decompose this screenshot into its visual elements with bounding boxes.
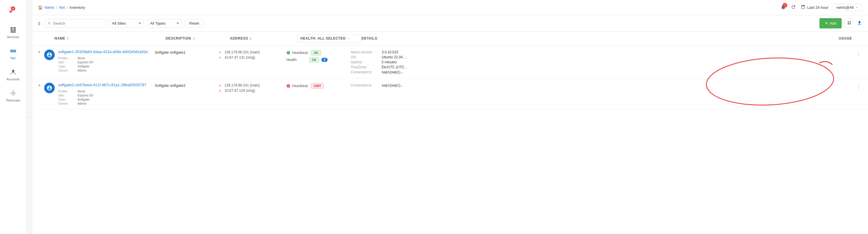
refresh-button[interactable]	[791, 4, 796, 10]
notification-badge: 7	[783, 3, 787, 8]
app-logo[interactable]	[6, 3, 20, 17]
reset-button[interactable]: Reset	[185, 19, 204, 28]
timezone-value: Etc/UTC (UTC...	[382, 65, 855, 69]
desc-sort-icon[interactable]	[193, 37, 195, 40]
breadcrumb-netris[interactable]: Netris	[44, 5, 54, 10]
download-button[interactable]	[857, 20, 862, 27]
svg-rect-6	[10, 27, 13, 29]
col-header-details: Details	[362, 36, 839, 41]
sidebar-item-net[interactable]: Net	[2, 44, 24, 63]
detail-grid-1: Netris version: 3.0.10.015 OS: Ubuntu 22…	[351, 50, 855, 74]
notification-button[interactable]: 7	[780, 4, 786, 11]
heartbeat-row-1: Heartbeat: OK	[286, 50, 351, 55]
sidebar-item-services[interactable]: Services	[2, 22, 24, 42]
row-health-1: Heartbeat: OK Health: OK 9	[286, 50, 351, 64]
grid-view-button[interactable]	[845, 19, 854, 28]
search-box[interactable]	[44, 19, 106, 28]
heartbeat-row-2: Heartbeat: CRIT	[286, 83, 351, 88]
connected-value-2: swp1(swp1)...	[382, 83, 855, 87]
svg-point-15	[12, 70, 14, 72]
health-filter-dropdown[interactable]: Health: All selected	[297, 34, 362, 42]
svg-rect-7	[13, 27, 16, 29]
addr-text-2: 10.67.47.131 (mng)	[224, 55, 255, 59]
row-main-1: ► softgate1-35329a84-6daa-422a-a58e-dd02…	[32, 46, 868, 78]
svg-rect-9	[13, 29, 16, 31]
name-sort-icon[interactable]	[67, 37, 69, 40]
search-input[interactable]	[53, 21, 103, 26]
uptime-value: 5 minutes	[382, 60, 855, 64]
table-row-2: ► softgate2-cd476eea-411f-487c-81a1-286a…	[32, 79, 868, 110]
sidebar-collapse-btn[interactable]: ›	[26, 0, 32, 234]
heartbeat-badge-1: OK	[311, 50, 321, 55]
addr-line-2: >_ 10.67.47.131 (mng)	[219, 55, 286, 59]
sidebar-item-services-label: Services	[7, 35, 19, 39]
connected-label: Connected to:	[351, 70, 380, 74]
col-header-desc: Description	[165, 36, 230, 41]
table-header: Name Description Address	[32, 32, 868, 46]
row-meta-2: Profile: None Site: Equinix-SV Type: Sof…	[58, 89, 155, 105]
site-filter[interactable]: All Sites	[109, 19, 144, 28]
table-row: ► softgate1-35329a84-6daa-422a-a58e-dd02…	[32, 46, 868, 79]
row-meta-1: Profile: None Site: Equinix-SV Type: Sof…	[58, 56, 155, 72]
heartbeat-crit-icon	[286, 84, 290, 88]
netris-version-label: Netris version:	[351, 50, 380, 54]
os-label: OS:	[351, 55, 380, 59]
addr-prompt-crit-1: >_	[219, 84, 223, 87]
col-header-name: Name	[54, 36, 165, 41]
health-chevron-icon	[347, 37, 350, 40]
addr-line-3: >_ 139.178.89.241 (main)	[219, 83, 286, 87]
row-name-2[interactable]: softgate2-cd476eea-411f-487c-81a1-286a93…	[58, 83, 155, 87]
health-count-1[interactable]: 9	[321, 58, 327, 62]
svg-rect-23	[848, 23, 849, 24]
sidebar-item-telescope-label: Telescope	[6, 99, 21, 102]
row-addr-2: >_ 139.178.89.241 (main) >_ 10.67.47.129…	[219, 83, 286, 93]
addr-text-1: 139.178.68.201 (main)	[224, 50, 260, 54]
heartbeat-label-2: Heartbeat:	[286, 84, 309, 88]
type-filter[interactable]: All Types	[147, 19, 182, 28]
view-buttons	[845, 19, 854, 28]
row-name-1[interactable]: softgate1-35329a84-6daa-422a-a58e-dd02e5…	[58, 50, 155, 54]
connected-label-2: Connected to:	[351, 83, 380, 87]
sidebar-item-accounts-label: Accounts	[6, 77, 20, 81]
sort-buttons[interactable]	[38, 22, 40, 25]
row-expand-1[interactable]: ►	[38, 50, 41, 54]
svg-point-13	[10, 50, 12, 51]
addr-sort-icon[interactable]	[250, 37, 251, 40]
svg-point-14	[14, 51, 16, 52]
add-label: Add	[830, 21, 836, 26]
time-range-label: Last 24 hour	[807, 5, 828, 10]
row-icon-2	[44, 83, 55, 93]
time-range: Last 24 hour	[801, 5, 828, 10]
inventory-table: Name Description Address	[32, 32, 868, 234]
sort-up-icon	[38, 22, 40, 23]
addr-prompt-icon-2: >_	[219, 56, 223, 59]
detail-grid-2: Connected to: swp1(swp1)...	[351, 83, 855, 87]
sidebar-item-accounts[interactable]: Accounts	[2, 64, 24, 84]
uptime-label: Uptime:	[351, 60, 380, 64]
svg-rect-22	[849, 21, 851, 23]
breadcrumb: 🏠 Netris / Net / Inventory	[38, 5, 776, 10]
heartbeat-badge-2: CRIT	[311, 83, 324, 88]
svg-rect-10	[10, 31, 16, 32]
col-header-health[interactable]: Health: All selected	[297, 34, 362, 42]
sidebar-item-telescope[interactable]: Telescope	[2, 86, 24, 106]
os-value: Ubuntu 22.04 ...	[382, 55, 855, 59]
row-expand-2[interactable]: ►	[38, 83, 41, 87]
add-button[interactable]: + Add	[819, 18, 842, 28]
home-icon: 🏠	[38, 5, 43, 10]
row-more-1[interactable]: ⋮	[855, 50, 862, 57]
services-icon	[9, 26, 17, 34]
row-icon-1	[44, 50, 55, 60]
svg-point-16	[12, 92, 14, 95]
health-label-1: Health:	[286, 58, 307, 62]
breadcrumb-net[interactable]: Net	[59, 5, 65, 10]
svg-rect-21	[848, 21, 849, 23]
add-icon: +	[825, 20, 828, 26]
account-selector[interactable]: netris@All	[833, 4, 862, 11]
row-details-1: Netris version: 3.0.10.015 OS: Ubuntu 22…	[351, 50, 855, 74]
netris-version-value: 3.0.10.015	[382, 50, 855, 54]
col-header-addr: Address	[230, 36, 297, 41]
addr-prompt-icon: >_	[219, 50, 223, 54]
row-more-2[interactable]: ⋮	[855, 83, 862, 90]
toolbar: All Sites All Types Reset + Add	[32, 15, 868, 32]
